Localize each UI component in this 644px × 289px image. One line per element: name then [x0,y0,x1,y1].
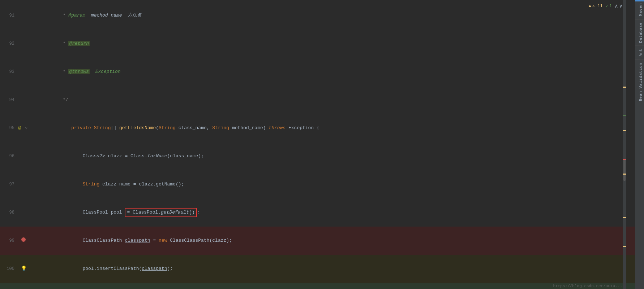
method-getdefault: getDefault [161,210,189,215]
editor-container: ▲ ⚠ 11 ✓ 1 ∧ ∨ 91 * @param method_name 方… [0,0,644,289]
sidebar-tab-database[interactable]: Database [635,19,644,46]
code-text: = [150,238,159,243]
scroll-marker-red [623,159,626,160]
link-text: https://blog.csdn.net/u010... [553,284,622,288]
scroll-marker-yellow-2 [623,130,626,131]
line-number: 92 [0,30,18,58]
sidebar-tab-bean-validation[interactable]: Bean Validation [635,60,644,104]
paren: ( [156,125,159,131]
code-text: clazz = [105,153,130,159]
keyword-string2: String [159,125,176,131]
comment-text [122,13,128,18]
code-line-101[interactable] [29,283,635,289]
table-row: 92 * @return [0,30,635,58]
comment-text: * [60,69,68,74]
gutter-101 [18,283,29,289]
keyword-string4: String [82,181,99,187]
gutter-92 [18,30,29,58]
sidebar-tab-ant[interactable]: Ant [635,45,644,59]
warning-count: ⚠ 11 [592,3,603,9]
nav-up-arrow[interactable]: ∧ [615,3,618,9]
code-line-95: private String[] getFieldsName(String cl… [29,114,635,142]
line-number: 100 [0,255,18,283]
keyword-new: new [159,238,167,243]
warning-badge[interactable]: ▲ ⚠ 11 [589,3,603,9]
type-class2: Class [130,153,145,159]
classpath-var: classpath [125,238,150,243]
check-count: 1 [609,4,612,9]
gutter-100[interactable]: 💡 [18,255,29,283]
code-text: ); [167,266,173,271]
line-number: 98 [0,198,18,227]
lightbulb-icon[interactable]: 💡 [21,266,26,271]
keyword-private: private [71,125,91,131]
space: class_name, [176,125,212,131]
line-number: 93 [0,58,18,86]
keyword-throws: throws [269,125,285,131]
sidebar-tab-maven[interactable]: Maven [635,0,644,19]
space: Exception { [285,125,319,131]
line-number: 91 [0,1,18,30]
scroll-marker-yellow-1 [623,87,626,88]
code-text: . [145,153,147,159]
annotation-marker: @ [18,123,21,133]
code-line-96: Class<?> clazz = Class.forName(class_nam… [29,142,635,170]
code-text: ClassPool pool [60,210,125,215]
code-text: ClassClassPath(clazz); [167,238,232,243]
line-number: 95 [0,114,18,142]
check-badge[interactable]: ✓ 1 [606,3,612,9]
classpath-ref: classpath [142,266,167,271]
code-line-100: pool.insertClassPath(classpath); [29,255,635,283]
code-text: (class_name); [167,153,204,159]
param-name: method_name [91,13,122,18]
line-number: 94 [0,86,18,114]
table-row: 94 */ [0,86,635,114]
scroll-marker-yellow-4 [623,217,626,218]
right-sidebar: Maven Database Ant Bean Validation [635,0,644,289]
collapse-arrow[interactable]: ▽ [24,126,29,131]
breakpoint-icon[interactable] [21,237,26,242]
scroll-marker-yellow-5 [623,246,626,247]
scrollbar-thumb [623,159,626,181]
table-row: 98 ClassPool pool = ClassPool.getDefault… [0,198,635,227]
scrollbar-area[interactable] [623,0,626,289]
code-text: clazz_name = clazz.getName(); [99,181,184,187]
comment-text: */ [60,97,68,102]
throws-tag: @throws [68,69,90,74]
paren-close: () [189,210,195,215]
nav-down-arrow[interactable]: ∨ [619,3,622,9]
method-name: getFieldsName [119,125,156,131]
line-number: 99 [0,227,18,255]
table-row: 100 💡 pool.insertClassPath(classpath); [0,255,635,283]
line-number: 101 [0,283,18,289]
code-text: ClassClassPath [60,238,125,243]
space [91,125,94,131]
scroll-marker-yellow-3 [623,174,626,175]
comment-text: * [60,13,68,18]
code-line-97: String clazz_name = clazz.getName(); [29,170,635,198]
semicolon: ; [197,210,200,215]
code-area[interactable]: ▲ ⚠ 11 ✓ 1 ∧ ∨ 91 * @param method_name 方… [0,0,635,289]
param-tag: @param [68,13,85,18]
code-line-93: * @throws Exception [29,58,635,86]
type-class: Class<?> [82,153,105,159]
method-forname: forName [147,153,167,159]
warning-triangle-icon: ▲ [589,4,591,9]
line-number: 96 [0,142,18,170]
code-table: 91 * @param method_name 方法名 92 * @return… [0,1,635,289]
code-text [60,181,82,187]
table-row: 99 ClassClassPath classpath = new ClassC… [0,227,635,255]
code-line-98: ClassPool pool = ClassPool.getDefault(); [29,198,635,227]
gutter-96 [18,142,29,170]
bottom-link: https://blog.csdn.net/u010... [553,284,622,288]
gutter-99[interactable] [18,227,29,255]
table-row: 91 * @param method_name 方法名 [0,1,635,30]
check-icon: ✓ [606,3,608,9]
exception-text: Exception [90,69,121,74]
gutter-97 [18,170,29,198]
zh-text: 方法名 [128,13,142,18]
return-tag: @return [68,41,90,46]
nav-arrows: ∧ ∨ [615,3,622,9]
gutter-94 [18,86,29,114]
red-border-highlight: = ClassPool.getDefault() [125,208,197,217]
